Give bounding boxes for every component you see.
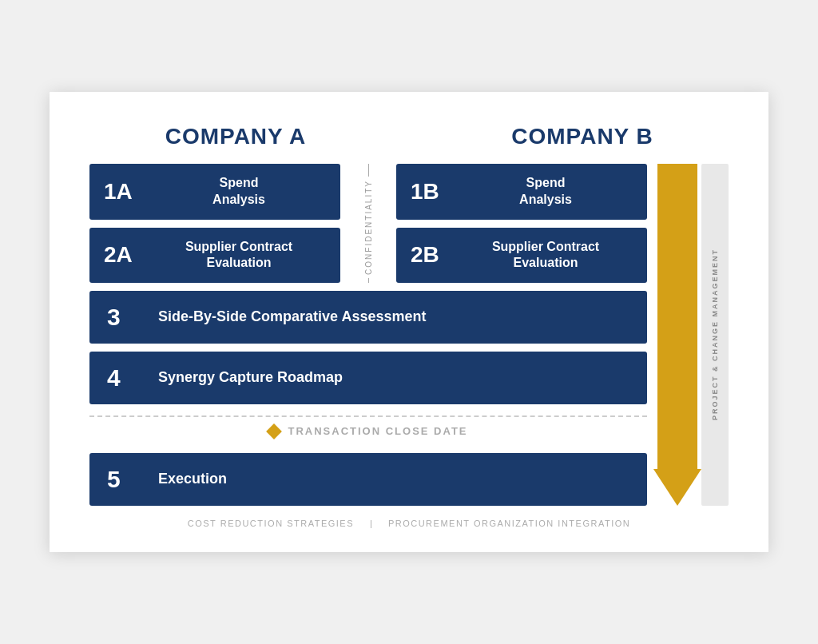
transaction-label: TRANSACTION CLOSE DATE [288,425,467,437]
block-5-number: 5 [107,466,142,493]
footer-right-text: PROCUREMENT ORGANIZATION INTEGRATION [388,519,630,528]
diamond-icon [267,423,283,439]
block-5-label: Execution [158,470,629,488]
confidentiality-bar: CONFIDENTIALITY [356,164,380,283]
footer-left-text: COST REDUCTION STRATEGIES [188,519,354,528]
block-3: 3 Side-By-Side Comparative Assessment [89,291,647,344]
block-5: 5 Execution [89,453,647,506]
block-3-label: Side-By-Side Comparative Assessment [158,308,629,326]
footer-row: COST REDUCTION STRATEGIES | PROCUREMENT … [89,519,729,528]
block-2a: 2A Supplier ContractEvaluation [89,228,340,284]
block-2b-label: Supplier ContractEvaluation [459,239,633,272]
block-2a-number: 2A [104,242,139,268]
slide-container: COMPANY A COMPANY B 1A SpendAnalysis 2A … [50,92,768,552]
confidentiality-label: CONFIDENTIALITY [364,177,373,278]
block-1b-label: SpendAnalysis [459,175,633,209]
company-b-column: 1B SpendAnalysis 2B Supplier ContractEva… [396,164,647,283]
pm-bar: PROJECT & CHANGE MANAGEMENT [701,164,729,506]
block-4-label: Synergy Capture Roadmap [158,368,629,387]
block-4: 4 Synergy Capture Roadmap [89,352,647,404]
block-1b-number: 1B [411,179,446,205]
arrow-body [657,164,697,469]
header-row: COMPANY A COMPANY B [89,124,729,149]
block-1a-label: SpendAnalysis [152,175,326,209]
dual-row-top: 1A SpendAnalysis 2A Supplier ContractEva… [89,164,647,283]
arrow-column [657,164,698,506]
pm-label: PROJECT & CHANGE MANAGEMENT [711,248,719,420]
block-2b: 2B Supplier ContractEvaluation [396,228,647,284]
block-1b: 1B SpendAnalysis [396,164,647,220]
company-a-column: 1A SpendAnalysis 2A Supplier ContractEva… [89,164,340,283]
footer-divider: | [370,519,372,528]
block-3-number: 3 [107,304,142,331]
company-b-header: COMPANY B [436,124,729,149]
transaction-row: TRANSACTION CLOSE DATE [89,417,647,442]
block-2a-label: Supplier ContractEvaluation [152,239,326,272]
company-a-header: COMPANY A [89,124,382,149]
block-1a: 1A SpendAnalysis [89,164,340,220]
block-4-number: 4 [107,364,142,392]
block-1a-number: 1A [104,179,139,205]
block-2b-number: 2B [411,242,446,268]
arrow-head [653,469,701,506]
